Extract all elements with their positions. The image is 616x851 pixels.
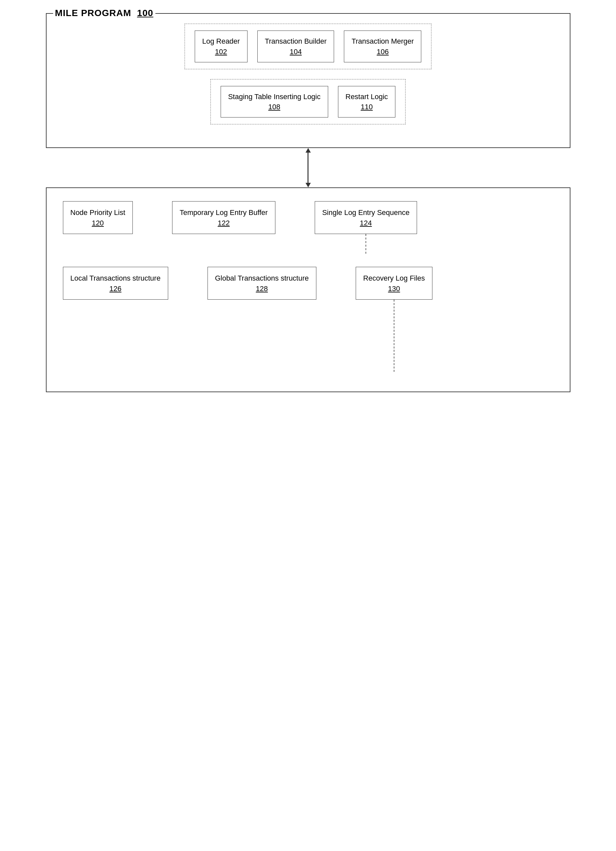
single-log-entry-label: Single Log Entry Sequence xyxy=(322,208,410,218)
node-priority-list-number: 120 xyxy=(92,219,104,227)
mile-program-label: MILE PROGRAM 100 xyxy=(53,8,155,18)
node-priority-list-label: Node Priority List xyxy=(70,208,126,218)
dashed-connector-1 xyxy=(366,234,366,254)
log-reader-box: Log Reader 102 xyxy=(195,30,247,62)
transaction-builder-box: Transaction Builder 104 xyxy=(257,30,334,62)
transaction-merger-number: 106 xyxy=(377,48,389,56)
bidirectional-arrow xyxy=(307,148,309,187)
single-log-entry-number: 124 xyxy=(360,219,372,227)
bottom-data-structures-box: Node Priority List 120 Temporary Log Ent… xyxy=(46,187,570,392)
local-transactions-box: Local Transactions structure 126 xyxy=(63,267,168,300)
top-component-row: Log Reader 102 Transaction Builder 104 T… xyxy=(60,24,557,69)
transaction-builder-label: Transaction Builder xyxy=(265,37,327,46)
local-transactions-label: Local Transactions structure xyxy=(70,274,160,283)
recovery-log-files-number: 130 xyxy=(388,284,400,293)
recovery-log-right-col: Recovery Log Files 130 xyxy=(356,267,432,372)
log-reader-number: 102 xyxy=(215,48,227,56)
dashed-connector-2 xyxy=(394,300,394,372)
staging-table-number: 108 xyxy=(268,103,280,111)
recovery-log-files-box: Recovery Log Files 130 xyxy=(356,267,432,300)
temp-log-entry-buffer-box: Temporary Log Entry Buffer 122 xyxy=(172,201,275,234)
transaction-builder-number: 104 xyxy=(290,48,302,56)
staging-table-label: Staging Table Inserting Logic xyxy=(228,92,321,102)
mile-program-number: 100 xyxy=(137,8,153,18)
log-reader-label: Log Reader xyxy=(202,37,240,46)
page: MILE PROGRAM 100 Log Reader 102 Transact… xyxy=(46,13,570,392)
restart-logic-box: Restart Logic 110 xyxy=(338,86,396,118)
temp-log-entry-buffer-number: 122 xyxy=(218,219,230,227)
bottom-row-2: Local Transactions structure 126 Global … xyxy=(63,267,553,372)
restart-logic-label: Restart Logic xyxy=(346,92,388,102)
recovery-log-files-label: Recovery Log Files xyxy=(363,274,425,283)
transaction-merger-label: Transaction Merger xyxy=(351,37,414,46)
top-inner-group: Log Reader 102 Transaction Builder 104 T… xyxy=(184,24,432,69)
global-transactions-box: Global Transactions structure 128 xyxy=(207,267,316,300)
middle-inner-group: Staging Table Inserting Logic 108 Restar… xyxy=(210,79,406,125)
restart-logic-number: 110 xyxy=(361,103,373,111)
temp-log-entry-buffer-label: Temporary Log Entry Buffer xyxy=(180,208,268,218)
bottom-row-1: Node Priority List 120 Temporary Log Ent… xyxy=(63,201,553,254)
mile-program-box: MILE PROGRAM 100 Log Reader 102 Transact… xyxy=(46,13,570,148)
single-log-right-col: Single Log Entry Sequence 124 xyxy=(315,201,417,254)
transaction-merger-box: Transaction Merger 106 xyxy=(344,30,421,62)
arrow-line xyxy=(307,151,309,184)
node-priority-list-box: Node Priority List 120 xyxy=(63,201,133,234)
global-transactions-label: Global Transactions structure xyxy=(215,274,309,283)
global-transactions-number: 128 xyxy=(256,284,268,293)
staging-table-box: Staging Table Inserting Logic 108 xyxy=(220,86,328,118)
single-log-entry-box: Single Log Entry Sequence 124 xyxy=(315,201,417,234)
middle-component-row: Staging Table Inserting Logic 108 Restar… xyxy=(60,79,557,125)
local-transactions-number: 126 xyxy=(109,284,121,293)
